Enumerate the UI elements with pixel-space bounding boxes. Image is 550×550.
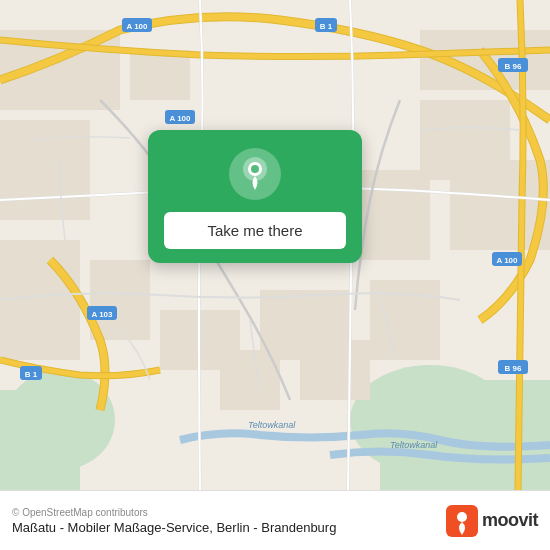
map-attribution: © OpenStreetMap contributors bbox=[12, 507, 336, 518]
svg-point-41 bbox=[457, 512, 467, 522]
svg-rect-7 bbox=[0, 120, 90, 220]
svg-text:B 96: B 96 bbox=[505, 364, 522, 373]
svg-text:Teltowkanal: Teltowkanal bbox=[390, 440, 438, 450]
svg-rect-10 bbox=[0, 240, 80, 360]
location-name: Maßatu - Mobiler Maßage-Service, Berlin … bbox=[12, 520, 336, 535]
svg-text:A 100: A 100 bbox=[169, 114, 191, 123]
location-pin-icon bbox=[240, 156, 270, 192]
svg-text:A 100: A 100 bbox=[126, 22, 148, 31]
moovit-logo: moovit bbox=[446, 505, 538, 537]
svg-text:B 1: B 1 bbox=[320, 22, 333, 31]
svg-rect-14 bbox=[370, 280, 440, 360]
svg-rect-2 bbox=[0, 390, 80, 490]
take-me-there-button[interactable]: Take me there bbox=[164, 212, 346, 249]
moovit-brand-text: moovit bbox=[482, 510, 538, 531]
svg-text:B 96: B 96 bbox=[505, 62, 522, 71]
svg-text:A 103: A 103 bbox=[91, 310, 113, 319]
bottom-bar: © OpenStreetMap contributors Maßatu - Mo… bbox=[0, 490, 550, 550]
map-container: A 100 B 1 B 96 A 100 A 100 B 96 A 103 B … bbox=[0, 0, 550, 490]
location-pin-icon-wrapper bbox=[229, 148, 281, 200]
popup-card: Take me there bbox=[148, 130, 362, 263]
svg-rect-18 bbox=[300, 340, 370, 400]
svg-text:Teltowkanal: Teltowkanal bbox=[248, 420, 296, 430]
moovit-icon bbox=[446, 505, 478, 537]
svg-text:A 100: A 100 bbox=[496, 256, 518, 265]
svg-text:B 1: B 1 bbox=[25, 370, 38, 379]
svg-point-39 bbox=[251, 165, 259, 173]
bottom-left: © OpenStreetMap contributors Maßatu - Mo… bbox=[12, 507, 336, 535]
